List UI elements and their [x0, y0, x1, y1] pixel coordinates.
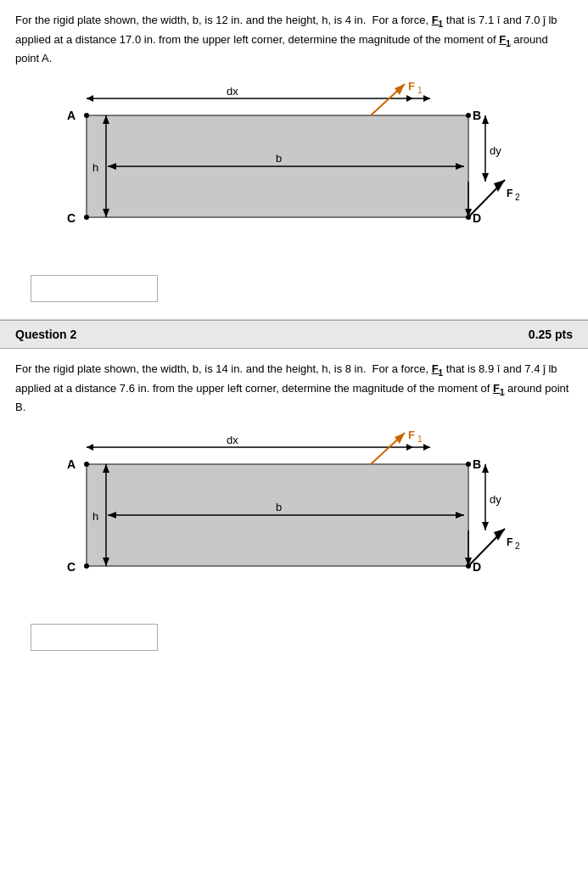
svg-text:h: h	[92, 510, 98, 523]
svg-text:C: C	[67, 211, 76, 225]
force-f1-ref-3: F1	[432, 362, 444, 375]
svg-marker-54	[103, 558, 109, 566]
answer-input-2[interactable]	[31, 624, 158, 651]
question-2-points: 0.25 pts	[529, 328, 573, 341]
problem-text-1: For the rigid plate shown, the width, b,…	[15, 12, 573, 68]
svg-point-38	[84, 462, 89, 467]
svg-marker-61	[482, 464, 489, 473]
svg-text:F: F	[507, 536, 512, 548]
svg-marker-71	[465, 558, 472, 566]
svg-point-39	[466, 462, 471, 467]
svg-point-41	[466, 563, 471, 569]
svg-text:dx: dx	[227, 434, 238, 446]
svg-text:1: 1	[417, 86, 423, 95]
svg-text:2: 2	[515, 541, 520, 551]
svg-line-27	[371, 84, 405, 115]
svg-text:F: F	[408, 429, 415, 441]
svg-text:F: F	[408, 80, 415, 93]
svg-rect-0	[87, 115, 468, 217]
svg-text:2: 2	[515, 193, 520, 202]
svg-point-4	[466, 215, 471, 220]
svg-marker-32	[494, 180, 505, 192]
svg-text:A: A	[67, 109, 76, 122]
svg-marker-11	[406, 95, 413, 102]
svg-text:C: C	[67, 560, 76, 574]
svg-marker-17	[103, 209, 109, 217]
svg-marker-14	[423, 95, 430, 102]
svg-text:b: b	[276, 501, 282, 513]
question-2-header: Question 2 0.25 pts	[0, 320, 588, 349]
svg-text:B: B	[473, 457, 481, 471]
svg-marker-53	[103, 464, 109, 473]
force-f1-ref-1: F1	[432, 14, 444, 26]
svg-marker-20	[108, 163, 116, 170]
svg-text:b: b	[276, 152, 282, 165]
svg-marker-25	[482, 173, 489, 182]
svg-marker-28	[395, 84, 405, 95]
svg-marker-21	[456, 163, 464, 170]
svg-point-1	[84, 113, 89, 118]
svg-marker-65	[395, 433, 405, 444]
svg-line-68	[468, 529, 505, 566]
svg-marker-58	[456, 512, 464, 519]
answer-input-1[interactable]	[31, 275, 158, 302]
force-f1-ref-4: F1	[493, 382, 505, 395]
svg-marker-51	[423, 444, 430, 451]
svg-marker-48	[406, 444, 413, 451]
svg-text:D: D	[473, 211, 481, 225]
svg-text:dx: dx	[227, 85, 238, 98]
svg-line-31	[468, 180, 505, 217]
svg-point-2	[466, 113, 471, 118]
svg-rect-37	[87, 464, 468, 566]
force-f1-ref-2: F1	[499, 33, 511, 46]
diagram-2: A B C D dx h b dy	[40, 429, 549, 615]
svg-text:F: F	[507, 188, 512, 199]
svg-marker-69	[494, 529, 505, 541]
svg-marker-16	[103, 115, 109, 124]
svg-text:A: A	[67, 457, 76, 471]
svg-marker-62	[482, 522, 489, 530]
svg-text:dy: dy	[490, 144, 501, 157]
svg-marker-57	[108, 512, 116, 519]
svg-text:D: D	[473, 560, 481, 574]
question-2-label: Question 2	[15, 328, 76, 341]
svg-point-3	[84, 215, 89, 220]
svg-marker-10	[87, 95, 93, 102]
svg-marker-34	[465, 209, 472, 217]
svg-marker-24	[482, 115, 489, 124]
svg-text:B: B	[473, 109, 481, 122]
svg-text:h: h	[92, 161, 98, 174]
question-2-block: For the rigid plate shown, the width, b,…	[0, 349, 588, 668]
svg-text:1: 1	[417, 434, 423, 444]
svg-text:dy: dy	[490, 493, 501, 506]
svg-marker-47	[87, 444, 93, 451]
svg-point-40	[84, 563, 89, 569]
diagram-1: A B C D dx h b	[40, 80, 549, 266]
svg-line-64	[371, 433, 405, 464]
problem-text-2: For the rigid plate shown, the width, b,…	[15, 361, 573, 417]
question-1-block: For the rigid plate shown, the width, b,…	[0, 0, 588, 319]
